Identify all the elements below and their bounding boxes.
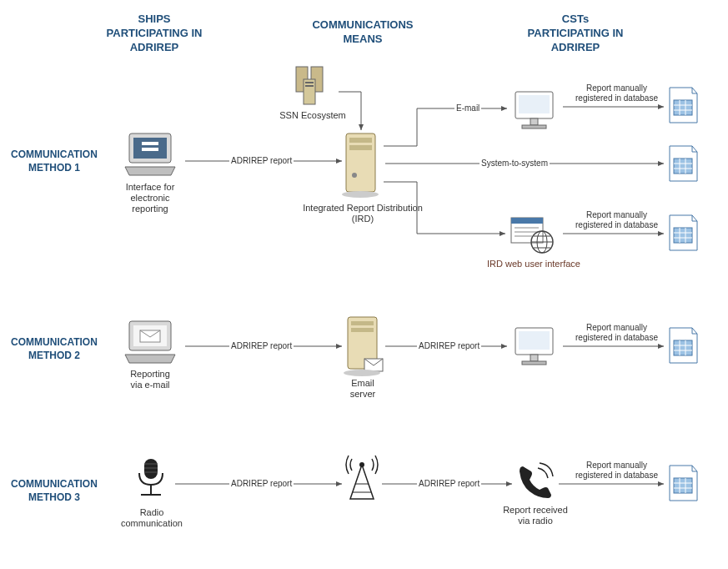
edge-manual-1c: Report manuallyregistered in database	[574, 210, 660, 229]
svg-point-12	[352, 173, 357, 178]
svg-rect-16	[530, 118, 538, 125]
edge-m3-report-a: ADRIREP report	[229, 479, 294, 488]
method-2-label: COMMUNICATIONMETHOD 2	[4, 336, 104, 362]
reporting-email-label: Reportingvia e-mail	[117, 369, 183, 390]
database-icon-2	[665, 325, 700, 367]
laptop-interface-icon	[117, 129, 183, 181]
svg-rect-38	[674, 228, 692, 243]
method-3-label: COMMUNICATIONMETHOD 3	[4, 478, 104, 504]
svg-rect-33	[674, 159, 692, 174]
header-ships: SHIPSPARTICIPATING INADRIREP	[96, 13, 213, 55]
database-icon-3	[665, 463, 700, 505]
svg-rect-47	[351, 321, 374, 325]
header-csts: CSTsPARTICIPATING INADRIREP	[517, 13, 634, 55]
interface-reporting-label: Interface forelectronicreporting	[117, 182, 183, 215]
ssn-label: SSN Ecosystem	[275, 110, 350, 121]
svg-rect-48	[351, 328, 374, 332]
header-comms-text: COMMUNICATIONSMEANS	[312, 18, 413, 45]
edge-email: E-mail	[454, 103, 481, 113]
edge-manual-3: Report manuallyregistered in database	[574, 461, 660, 480]
header-csts-text: CSTsPARTICIPATING INADRIREP	[528, 13, 624, 53]
desktop-m2-icon	[507, 324, 561, 371]
database-icon-1b	[665, 144, 700, 185]
svg-rect-10	[349, 138, 372, 143]
svg-rect-8	[305, 85, 314, 87]
ird-web-icon	[507, 215, 561, 259]
method-1-label: COMMUNICATIONMETHOD 1	[4, 149, 104, 174]
radio-tower-icon	[344, 451, 381, 504]
svg-rect-15	[519, 95, 550, 113]
header-comms: COMMUNICATIONSMEANS	[292, 18, 434, 47]
phone-icon	[515, 461, 556, 505]
ssn-servers-icon	[288, 63, 338, 110]
svg-rect-2	[142, 142, 158, 145]
radio-comm-label: Radiocommunication	[110, 507, 193, 529]
ird-web-label: IRD web user interface	[479, 259, 588, 269]
svg-point-50	[344, 370, 380, 376]
method-1-text: COMMUNICATIONMETHOD 1	[11, 149, 98, 174]
edge-m2-report-a: ADRIREP report	[229, 341, 294, 350]
edge-system: System-to-system	[479, 159, 550, 168]
desktop-email-icon	[507, 88, 561, 135]
method-3-text: COMMUNICATIONMETHOD 3	[11, 478, 98, 503]
header-ships-text: SHIPSPARTICIPATING INADRIREP	[107, 13, 203, 53]
edge-manual-1a: Report manuallyregistered in database	[574, 83, 660, 103]
laptop-email-icon	[117, 317, 183, 369]
svg-rect-19	[511, 218, 543, 224]
svg-rect-60	[144, 459, 158, 479]
svg-rect-11	[349, 145, 372, 150]
edge-m3-report-b: ADRIREP report	[417, 479, 481, 488]
svg-rect-28	[674, 100, 692, 115]
svg-rect-3	[142, 148, 158, 151]
edge-m2-report-b: ADRIREP report	[417, 341, 481, 350]
method-2-text: COMMUNICATIONMETHOD 2	[11, 336, 98, 361]
microphone-icon	[128, 455, 173, 506]
svg-rect-52	[519, 331, 550, 350]
report-radio-label: Report receivedvia radio	[494, 505, 577, 526]
svg-point-13	[342, 191, 379, 198]
svg-rect-53	[530, 355, 538, 361]
database-icon-1a	[665, 85, 700, 127]
edge-m1-report: ADRIREP report	[229, 156, 294, 165]
edge-manual-2: Report manuallyregistered in database	[574, 323, 660, 342]
email-server-label: Emailserver	[334, 378, 392, 400]
email-server-icon	[339, 313, 385, 381]
svg-rect-54	[522, 361, 546, 365]
database-icon-1c	[665, 213, 700, 254]
svg-rect-55	[674, 340, 692, 355]
svg-rect-7	[305, 82, 314, 83]
ird-label: Integrated Report Distribution(IRD)	[288, 203, 438, 224]
ird-server-icon	[338, 129, 384, 202]
svg-rect-17	[522, 125, 546, 128]
svg-rect-69	[674, 478, 692, 493]
